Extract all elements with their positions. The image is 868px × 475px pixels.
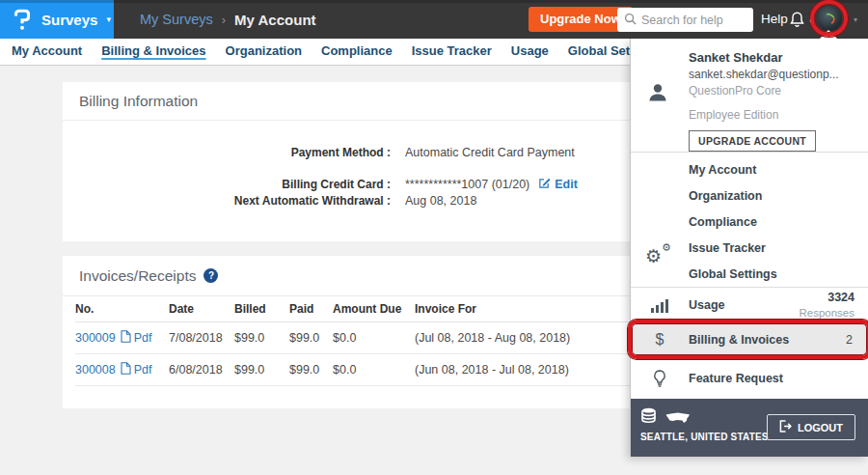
feature-request-label: Feature Request [689, 372, 868, 385]
usage-label: Usage [689, 298, 799, 312]
invoices-card-title: Invoices/Receipts [79, 267, 196, 285]
logout-icon [779, 420, 792, 434]
breadcrumb-separator: › [222, 13, 226, 27]
invoice-pdf-link[interactable]: Pdf [121, 330, 152, 346]
lightbulb-icon [631, 370, 689, 388]
logout-label: LOGOUT [798, 422, 843, 433]
top-header: Surveys ▾ My Surveys › My Account Upgrad… [0, 0, 868, 39]
gears-icon: ⚙ ⚙ [645, 241, 678, 268]
tab-compliance[interactable]: Compliance [321, 39, 393, 65]
next-withdrawal-value: Aug 08, 2018 [405, 194, 476, 208]
user-edition: Employee Edition [689, 108, 839, 122]
help-search-box [617, 8, 753, 32]
billing-credit-card-value: ************1007 (01/20) [405, 178, 529, 191]
tab-organization[interactable]: Organization [226, 39, 302, 65]
dollar-icon: $ [631, 331, 689, 349]
tab-billing-invoices[interactable]: Billing & Invoices [101, 39, 205, 65]
user-profile-section: Sanket Shekdar sanket.shekdar@questionp.… [631, 39, 868, 153]
invoice-paid: $99.0 [289, 363, 333, 377]
help-link[interactable]: Help [761, 0, 788, 39]
invoice-date: 6/08/2018 [169, 363, 234, 377]
menu-item-my-account[interactable]: My Account [631, 157, 868, 183]
menu-item-billing-invoices[interactable]: $ Billing & Invoices 2 [631, 322, 868, 357]
pdf-icon [121, 330, 131, 346]
tab-my-account[interactable]: My Account [12, 39, 82, 65]
chevron-down-icon: ▾ [854, 15, 857, 24]
usa-map-icon [665, 409, 691, 428]
breadcrumb-parent[interactable]: My Surveys [140, 12, 213, 27]
account-dropdown-panel: Sanket Shekdar sanket.shekdar@questionp.… [630, 39, 868, 457]
product-menu-label: Surveys [41, 12, 97, 28]
edit-icon [538, 177, 551, 192]
billing-count-badge: 2 [846, 333, 853, 347]
database-icon [640, 407, 657, 429]
panel-footer: SEATTLE, UNITED STATES LOGOUT [631, 399, 868, 457]
column-no: No. [75, 302, 169, 316]
invoice-amount-due: $0.0 [333, 331, 415, 345]
breadcrumb: My Surveys › My Account [140, 0, 316, 39]
column-billed: Billed [234, 302, 289, 316]
bell-icon [789, 11, 805, 32]
avatar-highlight-annotation [810, 0, 848, 37]
logout-button[interactable]: LOGOUT [767, 414, 855, 440]
window-top-shade [0, 0, 868, 3]
invoice-billed: $99.0 [234, 331, 289, 345]
invoice-date: 7/08/2018 [169, 331, 234, 345]
search-icon [624, 12, 637, 29]
questionpro-logo-icon [12, 8, 33, 31]
billing-credit-card-label: Billing Credit Card : [63, 178, 391, 191]
payment-method-label: Payment Method : [63, 146, 391, 159]
invoice-billed: $99.0 [234, 363, 289, 377]
invoice-number-link[interactable]: 300008 [75, 363, 116, 377]
payment-method-value: Automatic Credit Card Payment [405, 146, 575, 159]
column-amount-due: Amount Due [333, 302, 415, 316]
column-date: Date [169, 302, 234, 316]
account-menu-list: My Account Organization Compliance Issue… [631, 153, 868, 288]
pdf-link-label: Pdf [134, 363, 152, 377]
edit-link-label: Edit [555, 178, 578, 191]
user-email: sanket.shekdar@questionp... [689, 68, 839, 81]
invoice-paid: $99.0 [289, 331, 333, 345]
help-question-badge[interactable]: ? [203, 268, 218, 283]
tab-usage[interactable]: Usage [511, 39, 549, 65]
tab-issue-tracker[interactable]: Issue Tracker [412, 39, 492, 65]
usage-count: 3324 [799, 291, 854, 306]
column-paid: Paid [289, 302, 333, 316]
surveys-product-menu[interactable]: Surveys ▾ [0, 0, 114, 39]
menu-item-feature-request[interactable]: Feature Request [631, 359, 868, 398]
menu-item-usage[interactable]: Usage 3324 Responses [631, 288, 868, 322]
edit-card-link[interactable]: Edit [538, 177, 578, 192]
chevron-down-icon: ▾ [106, 15, 111, 24]
menu-item-compliance[interactable]: Compliance [631, 210, 868, 236]
invoice-pdf-link[interactable]: Pdf [121, 362, 152, 377]
user-name: Sanket Shekdar [689, 50, 839, 65]
invoice-amount-due: $0.0 [333, 363, 415, 377]
bar-chart-icon [631, 298, 689, 313]
user-product: QuestionPro Core [689, 84, 839, 98]
billing-card-title: Billing Information [79, 93, 198, 110]
invoice-number-link[interactable]: 300009 [75, 331, 116, 345]
screen: Surveys ▾ My Surveys › My Account Upgrad… [0, 0, 868, 475]
menu-item-organization[interactable]: Organization [631, 183, 868, 210]
next-withdrawal-label: Next Automatic Withdrawal : [63, 194, 391, 208]
upgrade-account-button[interactable]: UPGRADE ACCOUNT [689, 130, 816, 152]
usage-unit: Responses [799, 306, 854, 320]
datacenter-location: SEATTLE, UNITED STATES [640, 432, 769, 442]
pdf-link-label: Pdf [134, 331, 152, 345]
breadcrumb-current: My Account [234, 12, 315, 28]
pdf-icon [121, 362, 131, 377]
billing-invoices-label: Billing & Invoices [689, 333, 846, 347]
user-icon [646, 81, 669, 108]
search-input[interactable] [641, 14, 746, 27]
